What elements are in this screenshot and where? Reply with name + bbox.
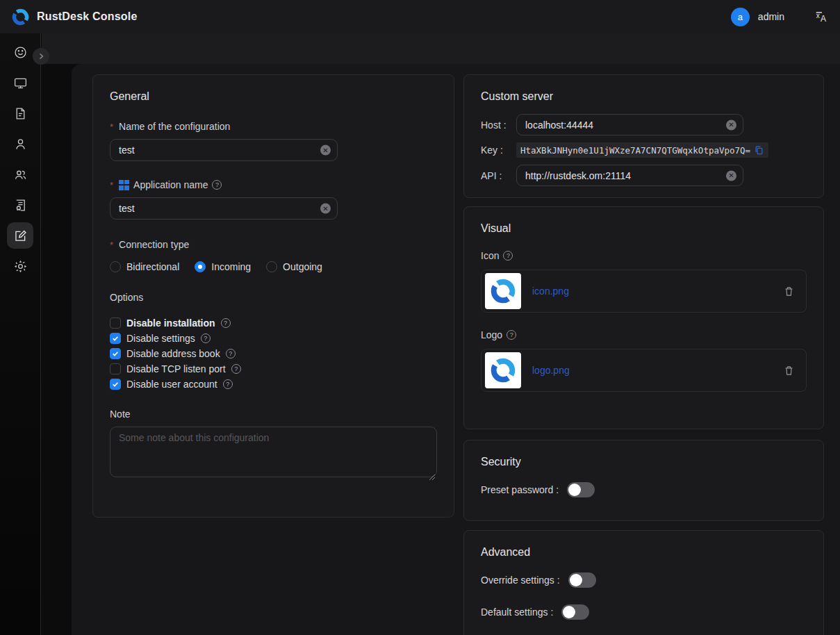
- config-name-field[interactable]: ✕: [110, 139, 338, 161]
- advanced-title: Advanced: [481, 546, 807, 559]
- key-value-chip[interactable]: HtaXBkJNHyn0e1U1jWXze7A7CN7QTGWqxkOtpaVp…: [516, 142, 768, 158]
- panel-security: Security Preset password :: [463, 440, 824, 521]
- gear-icon: [13, 259, 28, 274]
- help-icon[interactable]: ?: [507, 330, 516, 340]
- audit-log-icon: [13, 198, 28, 213]
- username[interactable]: admin: [758, 11, 784, 22]
- checkbox-icon: [110, 318, 121, 329]
- application-name-label: * Application name ?: [110, 179, 437, 190]
- default-settings-toggle[interactable]: [561, 604, 589, 620]
- radio-bidirectional[interactable]: Bidirectional: [110, 261, 179, 272]
- help-icon[interactable]: ?: [212, 180, 222, 190]
- sidebar-item-devices[interactable]: [0, 67, 40, 98]
- brand: RustDesk Console: [11, 8, 138, 26]
- sidebar-item-settings[interactable]: [0, 251, 40, 281]
- icon-file-row: icon.png: [481, 270, 807, 313]
- clear-icon[interactable]: ✕: [726, 119, 736, 130]
- checkbox-disable-address-book[interactable]: Disable address book ?: [110, 346, 437, 361]
- host-label: Host :: [481, 119, 516, 131]
- api-row: API : ✕: [481, 165, 807, 186]
- sidebar-item-users[interactable]: [0, 129, 40, 159]
- panel-advanced: Advanced Override settings : Default set…: [463, 530, 824, 635]
- checkbox-icon: [110, 333, 121, 344]
- preset-password-toggle[interactable]: [567, 482, 595, 497]
- override-settings-label: Override settings :: [481, 575, 560, 586]
- visual-title: Visual: [481, 222, 807, 235]
- logo-file-row: logo.png: [481, 349, 807, 392]
- sidebar-item-audit[interactable]: [0, 190, 40, 220]
- document-icon: [13, 106, 28, 121]
- config-name-input[interactable]: [119, 145, 316, 156]
- help-icon[interactable]: ?: [231, 364, 241, 374]
- radio-outgoing[interactable]: Outgoing: [266, 261, 322, 272]
- checkbox-disable-user-account[interactable]: Disable user account ?: [110, 377, 437, 392]
- help-icon[interactable]: ?: [201, 333, 211, 343]
- sidebar-item-configurations[interactable]: [0, 220, 40, 251]
- checkbox-disable-tcp-listen-port[interactable]: Disable TCP listen port ?: [110, 361, 437, 377]
- override-settings-toggle[interactable]: [568, 572, 596, 588]
- required-asterisk: *: [110, 122, 113, 132]
- user-avatar[interactable]: a: [731, 8, 750, 26]
- help-icon[interactable]: ?: [503, 251, 513, 261]
- key-label: Key :: [481, 145, 516, 156]
- sidebar-expand-button[interactable]: [33, 48, 49, 65]
- checkbox-icon: [110, 379, 121, 390]
- sidebar-item-groups[interactable]: [0, 159, 40, 190]
- svg-text:A: A: [821, 14, 826, 24]
- help-icon[interactable]: ?: [221, 318, 231, 328]
- options-group: Disable installation ? Disable settings …: [110, 315, 437, 392]
- checkbox-icon: [110, 363, 121, 374]
- default-settings-row: Default settings :: [481, 604, 807, 620]
- host-row: Host : ✕: [481, 114, 807, 135]
- checkbox-disable-settings[interactable]: Disable settings ?: [110, 331, 437, 346]
- connection-type-label: * Connection type: [110, 239, 437, 250]
- content-area: General * Name of the configuration ✕ * …: [72, 64, 840, 635]
- api-input[interactable]: [525, 170, 722, 181]
- connection-type-group: Bidirectional Incoming Outgoing: [110, 261, 437, 272]
- monitor-icon: [13, 76, 28, 90]
- sidebar-item-sessions[interactable]: [0, 98, 40, 129]
- required-asterisk: *: [110, 240, 113, 250]
- help-icon[interactable]: ?: [226, 349, 236, 358]
- preset-password-row: Preset password :: [481, 482, 807, 497]
- rustdesk-logo-icon: [11, 8, 30, 26]
- logo-label: Logo ?: [481, 329, 807, 340]
- required-asterisk: *: [110, 180, 113, 190]
- note-textarea[interactable]: [110, 427, 437, 477]
- translate-language-icon[interactable]: x A: [814, 9, 829, 24]
- clear-icon[interactable]: ✕: [726, 170, 736, 181]
- copy-icon[interactable]: [754, 145, 764, 156]
- icon-file-link[interactable]: icon.png: [532, 286, 569, 297]
- host-field[interactable]: ✕: [516, 114, 743, 135]
- panel-general: General * Name of the configuration ✕ * …: [92, 74, 454, 518]
- user-icon: [13, 137, 28, 151]
- delete-icon[interactable]: [783, 365, 795, 377]
- radio-icon: [195, 261, 206, 272]
- app-title: RustDesk Console: [37, 10, 138, 23]
- delete-icon[interactable]: [783, 286, 795, 297]
- windows-icon: [119, 180, 129, 190]
- api-field[interactable]: ✕: [516, 165, 743, 186]
- logo-file-link[interactable]: logo.png: [532, 365, 570, 376]
- default-settings-label: Default settings :: [481, 607, 553, 618]
- security-title: Security: [481, 456, 807, 468]
- svg-text:x: x: [816, 12, 820, 19]
- users-group-icon: [13, 167, 28, 182]
- panel-visual: Visual Icon ? icon.png Logo ?: [463, 206, 824, 429]
- chevron-right-icon: [37, 52, 45, 60]
- application-name-field[interactable]: ✕: [110, 197, 338, 220]
- checkbox-disable-installation[interactable]: Disable installation ?: [110, 315, 437, 331]
- edit-configuration-icon: [13, 229, 28, 243]
- smiley-icon: [13, 45, 28, 60]
- sidebar-rail: [0, 33, 41, 635]
- host-input[interactable]: [525, 119, 722, 131]
- note-label: Note: [110, 409, 437, 420]
- radio-incoming[interactable]: Incoming: [195, 261, 251, 272]
- application-name-input[interactable]: [119, 203, 316, 214]
- preset-password-label: Preset password :: [481, 484, 559, 495]
- clear-icon[interactable]: ✕: [320, 145, 331, 156]
- icon-label: Icon ?: [481, 250, 807, 261]
- help-icon[interactable]: ?: [223, 379, 233, 389]
- logo-thumbnail: [485, 352, 521, 388]
- clear-icon[interactable]: ✕: [320, 204, 331, 214]
